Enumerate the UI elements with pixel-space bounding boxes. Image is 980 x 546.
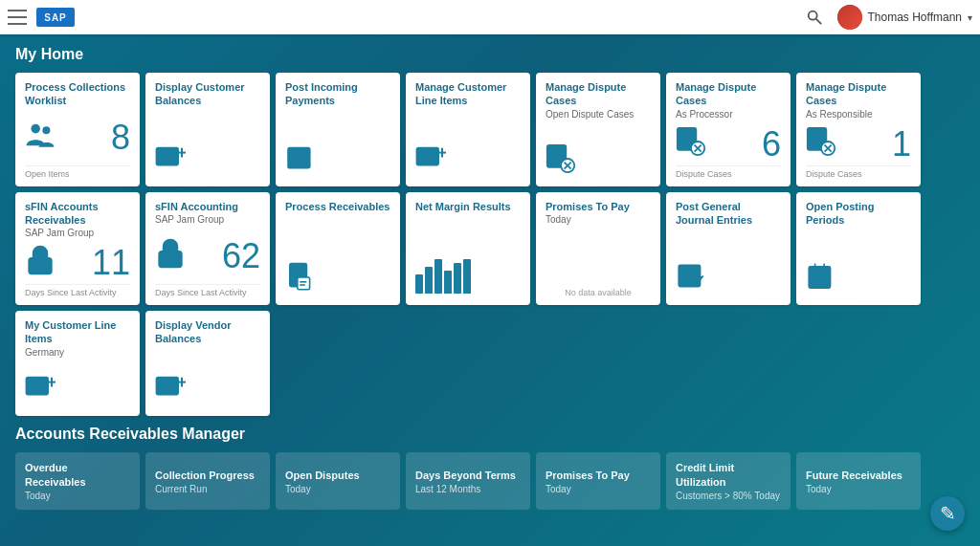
tile-sfin-accounting[interactable]: sFIN Accounting SAP Jam Group 62 Days Si…	[145, 192, 270, 306]
tile-process-receivables-title: Process Receivables	[285, 200, 390, 213]
chart-bar-1	[415, 274, 423, 294]
ar-tile-overdue-receivables-title: Overdue Receivables	[25, 461, 130, 489]
tile-process-collections[interactable]: Process Collections Worklist 8 Open Item…	[15, 73, 140, 186]
tile-sfin-accounting-footer: Days Since Last Activity	[155, 284, 260, 297]
ar-tile-days-beyond-terms-subtitle: Last 12 Months	[415, 484, 521, 494]
tile-post-incoming-payments-body: $	[285, 143, 390, 179]
user-menu[interactable]: Thomas Hoffmann ▾	[837, 5, 973, 30]
sap-logo: SAP	[36, 8, 75, 27]
tile-manage-dispute-responsible-number: 1	[892, 127, 911, 162]
tile-process-receivables-body	[285, 262, 390, 297]
tile-promises-to-pay-today[interactable]: Promises To Pay Today No data available	[536, 192, 660, 306]
ar-tile-overdue-receivables[interactable]: Overdue Receivables Today	[15, 452, 140, 510]
ar-tile-promises-to-pay-subtitle: Today	[546, 484, 651, 494]
ar-tile-credit-limit-utilization-subtitle: Customers > 80% Today	[676, 491, 781, 501]
ar-section: Accounts Receivables Manager Overdue Rec…	[15, 426, 965, 510]
table-add-icon	[415, 143, 446, 179]
tile-process-collections-title: Process Collections Worklist	[25, 80, 130, 108]
money-add-icon	[155, 143, 186, 179]
tile-display-customer-balances-body	[155, 143, 260, 179]
svg-rect-39	[298, 277, 310, 290]
tile-manage-dispute-responsible[interactable]: Manage Dispute Cases As Responsible 1 D	[796, 73, 921, 186]
tile-manage-customer-line[interactable]: Manage Customer Line Items	[406, 73, 530, 186]
tile-post-incoming-payments-title: Post Incoming Payments	[285, 80, 390, 108]
tile-manage-dispute-open[interactable]: Manage Dispute Cases Open Dispute Cases	[536, 73, 660, 186]
ar-tile-days-beyond-terms-title: Days Beyond Terms	[415, 469, 521, 482]
tile-net-margin-body	[415, 263, 521, 297]
tile-post-general-journal-title: Post General Journal Entries	[676, 200, 781, 228]
tile-open-posting-periods-title: Open Posting Periods	[806, 200, 911, 228]
tile-display-vendor-balances[interactable]: Display Vendor Balances	[145, 311, 270, 416]
tile-promises-to-pay-today-subtitle: Today	[546, 214, 651, 226]
tile-process-receivables[interactable]: Process Receivables	[276, 192, 400, 306]
tile-sfin-ar-number: 11	[92, 246, 130, 280]
tile-manage-dispute-responsible-title: Manage Dispute Cases	[806, 80, 911, 108]
tile-manage-dispute-responsible-footer: Dispute Cases	[806, 165, 911, 179]
chart-bar-5	[454, 263, 461, 294]
ar-tile-overdue-receivables-subtitle: Today	[25, 491, 130, 501]
tile-customer-line-items-title: My Customer Line Items	[25, 318, 130, 346]
tile-process-collections-footer: Open Items	[25, 165, 130, 179]
tile-sfin-accounting-number: 62	[222, 239, 260, 273]
tile-process-collections-body: 8	[25, 120, 130, 155]
tile-manage-dispute-open-title: Manage Dispute Cases	[546, 80, 651, 108]
tile-sfin-accounting-subtitle: SAP Jam Group	[155, 214, 260, 226]
tile-manage-dispute-open-subtitle: Open Dispute Cases	[546, 109, 651, 120]
svg-point-32	[37, 264, 42, 269]
hamburger-menu[interactable]	[8, 10, 27, 25]
svg-line-1	[815, 19, 820, 24]
calendar-dollar-icon: $	[806, 262, 836, 297]
tile-net-margin-title: Net Margin Results	[415, 200, 521, 213]
lock-2-icon	[155, 238, 186, 273]
dispute-icon	[546, 143, 576, 179]
doc-list-icon	[285, 262, 316, 297]
ar-tile-days-beyond-terms[interactable]: Days Beyond Terms Last 12 Months	[406, 452, 530, 510]
ar-tile-promises-to-pay[interactable]: Promises To Pay Today	[536, 452, 660, 510]
tile-display-customer-balances-title: Display Customer Balances	[155, 80, 260, 108]
tile-sfin-ar-title: sFIN Accounts Receivables	[25, 200, 130, 228]
tile-sfin-ar[interactable]: sFIN Accounts Receivables SAP Jam Group …	[15, 192, 140, 306]
my-home-tile-grid: Process Collections Worklist 8 Open Item…	[15, 73, 965, 416]
user-name: Thomas Hoffmann	[868, 11, 963, 24]
tile-customer-line-items-subtitle: Germany	[25, 347, 130, 359]
my-home-title: My Home	[15, 46, 965, 63]
chart-bar-4	[444, 271, 452, 294]
tile-customer-line-items[interactable]: My Customer Line Items Germany	[15, 311, 140, 416]
search-icon[interactable]	[803, 6, 826, 29]
tile-post-general-journal[interactable]: Post General Journal Entries	[666, 192, 791, 306]
tile-process-collections-number: 8	[111, 120, 130, 155]
ar-tile-collection-progress-subtitle: Current Run	[155, 484, 260, 494]
tile-manage-dispute-processor-title: Manage Dispute Cases	[676, 80, 781, 108]
tile-customer-line-items-body	[25, 373, 130, 408]
tile-net-margin[interactable]: Net Margin Results	[406, 192, 530, 306]
svg-point-3	[42, 126, 50, 134]
tile-manage-dispute-processor-number: 6	[762, 127, 781, 162]
ar-tile-credit-limit-utilization[interactable]: Credit Limit Utilization Customers > 80%…	[666, 452, 791, 510]
tile-manage-dispute-processor[interactable]: Manage Dispute Cases As Processor 6 Dis	[666, 73, 791, 186]
ar-tile-open-disputes-title: Open Disputes	[285, 469, 390, 482]
tile-post-incoming-payments[interactable]: Post Incoming Payments $	[276, 73, 400, 186]
svg-point-34	[167, 257, 172, 262]
dispute-responsible-icon	[806, 126, 836, 162]
tile-open-posting-periods[interactable]: Open Posting Periods $	[796, 192, 921, 306]
ar-tile-future-receivables-subtitle: Today	[806, 484, 911, 494]
tile-sfin-ar-footer: Days Since Last Activity	[25, 284, 130, 297]
tile-display-vendor-balances-title: Display Vendor Balances	[155, 318, 260, 346]
tile-sfin-accounting-title: sFIN Accounting	[155, 200, 260, 213]
svg-point-2	[31, 124, 40, 134]
tile-manage-dispute-responsible-body: 1	[806, 126, 911, 162]
tile-promises-to-pay-today-title: Promises To Pay	[546, 200, 651, 213]
tile-display-customer-balances[interactable]: Display Customer Balances	[145, 73, 270, 186]
lock-icon	[25, 245, 56, 280]
tile-manage-customer-line-title: Manage Customer Line Items	[415, 80, 521, 108]
chart-bar-6	[463, 259, 471, 294]
net-margin-chart	[415, 263, 471, 297]
ar-tile-open-disputes[interactable]: Open Disputes Today	[276, 452, 400, 510]
ar-tile-future-receivables[interactable]: Future Receivables Today	[796, 452, 921, 510]
ar-tile-collection-progress[interactable]: Collection Progress Current Run	[145, 452, 270, 510]
ar-tile-credit-limit-utilization-title: Credit Limit Utilization	[676, 461, 781, 489]
dispute-processor-icon	[676, 126, 706, 162]
fab-button[interactable]: ✎	[930, 496, 965, 531]
journal-icon	[676, 262, 706, 297]
app-header: SAP Thomas Hoffmann ▾	[0, 0, 980, 34]
